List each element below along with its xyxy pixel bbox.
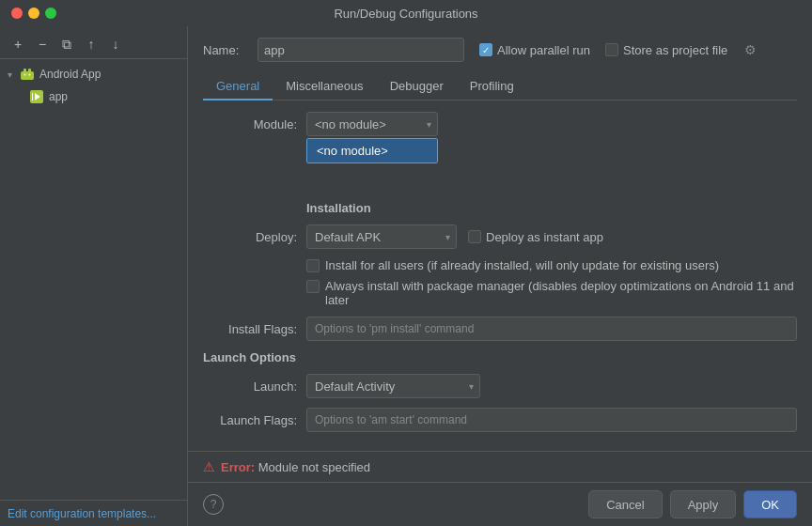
tab-general[interactable]: General xyxy=(203,73,273,101)
apply-button[interactable]: Apply xyxy=(670,490,737,518)
launch-dropdown-arrow-icon: ▾ xyxy=(469,381,474,392)
install-pkg-manager-checkbox[interactable] xyxy=(306,280,320,293)
install-options: Install for all users (if already instal… xyxy=(306,258,797,307)
launch-flags-input[interactable] xyxy=(306,408,797,432)
close-button[interactable] xyxy=(11,8,23,19)
config-panel: Name: Allow parallel run Store as projec… xyxy=(188,26,812,451)
install-flags-row: Install Flags: xyxy=(203,317,797,341)
store-as-project-checkbox[interactable] xyxy=(605,43,618,56)
name-options: Allow parallel run Store as project file… xyxy=(479,42,757,57)
name-input[interactable] xyxy=(258,38,464,62)
module-dropdown-arrow-icon: ▾ xyxy=(427,119,431,130)
deploy-instant-option[interactable]: Deploy as instant app xyxy=(468,230,603,244)
sidebar: + − ⧉ ↑ ↓ ▾ xyxy=(0,26,188,526)
ok-button[interactable]: OK xyxy=(743,490,797,518)
android-app-label: Android App xyxy=(39,68,101,81)
store-as-project-label: Store as project file xyxy=(623,43,727,57)
launch-section-header: Launch Options xyxy=(203,350,797,364)
tab-debugger[interactable]: Debugger xyxy=(377,73,457,101)
traffic-lights xyxy=(11,8,56,19)
cancel-button[interactable]: Cancel xyxy=(588,490,662,518)
launch-dropdown[interactable]: Default Activity ▾ xyxy=(306,374,480,398)
install-pkg-manager-label: Always install with package manager (dis… xyxy=(325,279,797,307)
config-tree: ▾ Android App xyxy=(0,59,187,500)
svg-point-4 xyxy=(29,74,31,76)
minimize-button[interactable] xyxy=(28,8,39,19)
add-config-button[interactable]: + xyxy=(8,34,28,54)
install-all-users-label: Install for all users (if already instal… xyxy=(325,258,719,272)
module-dropdown-value: <no module> xyxy=(315,117,386,132)
deploy-dropdown-value: Default APK xyxy=(315,230,381,244)
install-all-users-option[interactable]: Install for all users (if already instal… xyxy=(306,258,797,272)
launch-row: Launch: Default Activity ▾ xyxy=(203,374,797,398)
main-content: + − ⧉ ↑ ↓ ▾ xyxy=(0,26,812,526)
launch-flags-label: Launch Flags: xyxy=(203,413,306,427)
module-dropdown-wrapper: <no module> ▾ <no module> xyxy=(306,112,438,136)
general-tab-content: Module: <no module> ▾ <no module> xyxy=(203,112,797,440)
android-app-icon xyxy=(19,66,36,83)
tabs: General Miscellaneous Debugger Profiling xyxy=(203,73,797,101)
module-row: Module: <no module> ▾ <no module> xyxy=(203,112,797,136)
module-option-no-module[interactable]: <no module> xyxy=(307,139,437,162)
allow-parallel-label: Allow parallel run xyxy=(497,43,590,57)
error-bar: ⚠ Error: Module not specified xyxy=(188,451,812,482)
name-label: Name: xyxy=(203,43,250,57)
launch-dropdown-value: Default Activity xyxy=(315,379,395,394)
install-all-users-checkbox[interactable] xyxy=(306,259,320,272)
app-run-icon xyxy=(28,88,45,105)
tab-profiling[interactable]: Profiling xyxy=(457,73,527,101)
error-icon: ⚠ xyxy=(203,459,215,474)
store-as-project-option[interactable]: Store as project file xyxy=(605,43,727,57)
app-config-item[interactable]: app xyxy=(0,85,187,108)
allow-parallel-checkbox[interactable] xyxy=(479,43,492,56)
module-label: Module: xyxy=(203,117,306,132)
edit-templates-link[interactable]: Edit configuration templates... xyxy=(8,507,156,520)
svg-rect-1 xyxy=(23,69,26,72)
deploy-instant-checkbox[interactable] xyxy=(468,230,481,243)
deploy-label: Deploy: xyxy=(203,230,306,244)
bottom-bar: ? Cancel Apply OK xyxy=(188,482,812,526)
deploy-instant-label: Deploy as instant app xyxy=(486,230,603,244)
tab-miscellaneous[interactable]: Miscellaneous xyxy=(273,73,376,101)
install-pkg-manager-option[interactable]: Always install with package manager (dis… xyxy=(306,279,797,307)
install-flags-input[interactable] xyxy=(306,317,797,341)
deploy-dropdown-arrow-icon: ▾ xyxy=(445,232,450,242)
move-down-button[interactable]: ↓ xyxy=(105,34,126,54)
tree-arrow-icon: ▾ xyxy=(8,70,19,80)
copy-config-button[interactable]: ⧉ xyxy=(56,34,77,54)
launch-section: Launch Options Launch: Default Activity … xyxy=(203,350,797,432)
gear-icon[interactable]: ⚙ xyxy=(744,42,757,57)
deploy-dropdown[interactable]: Default APK ▾ xyxy=(306,224,457,249)
error-text: Error: Module not specified xyxy=(221,460,370,474)
app-label: app xyxy=(49,90,68,103)
name-row: Name: Allow parallel run Store as projec… xyxy=(203,38,797,62)
window-title: Run/Debug Configurations xyxy=(334,7,477,21)
module-dropdown[interactable]: <no module> ▾ xyxy=(306,112,438,136)
deploy-row: Deploy: Default APK ▾ Deploy as instant xyxy=(203,224,797,249)
help-button[interactable]: ? xyxy=(203,494,224,515)
titlebar: Run/Debug Configurations xyxy=(0,0,812,26)
move-up-button[interactable]: ↑ xyxy=(81,34,102,54)
installation-section-header: Installation xyxy=(306,201,797,215)
launch-flags-row: Launch Flags: xyxy=(203,408,797,432)
maximize-button[interactable] xyxy=(45,8,56,19)
sidebar-toolbar: + − ⧉ ↑ ↓ xyxy=(0,30,187,59)
deploy-options-row: Default APK ▾ Deploy as instant app xyxy=(306,224,603,249)
svg-rect-2 xyxy=(28,69,31,72)
action-buttons: Cancel Apply OK xyxy=(588,490,797,518)
remove-config-button[interactable]: − xyxy=(32,34,53,54)
error-message: Module not specified xyxy=(258,460,370,474)
launch-dropdown-wrapper: Default Activity ▾ xyxy=(306,374,480,398)
sidebar-footer: Edit configuration templates... xyxy=(0,500,187,526)
svg-point-3 xyxy=(24,74,26,76)
svg-marker-7 xyxy=(32,93,33,101)
android-app-group[interactable]: ▾ Android App xyxy=(0,63,187,85)
svg-rect-0 xyxy=(21,71,34,80)
deploy-dropdown-wrapper: Default APK ▾ xyxy=(306,224,457,249)
error-bold-text: Error: xyxy=(221,460,255,474)
launch-label: Launch: xyxy=(203,379,306,394)
module-dropdown-list: <no module> xyxy=(306,138,438,163)
allow-parallel-option[interactable]: Allow parallel run xyxy=(479,43,590,57)
install-flags-label: Install Flags: xyxy=(203,322,306,336)
right-panel: Name: Allow parallel run Store as projec… xyxy=(188,26,812,526)
